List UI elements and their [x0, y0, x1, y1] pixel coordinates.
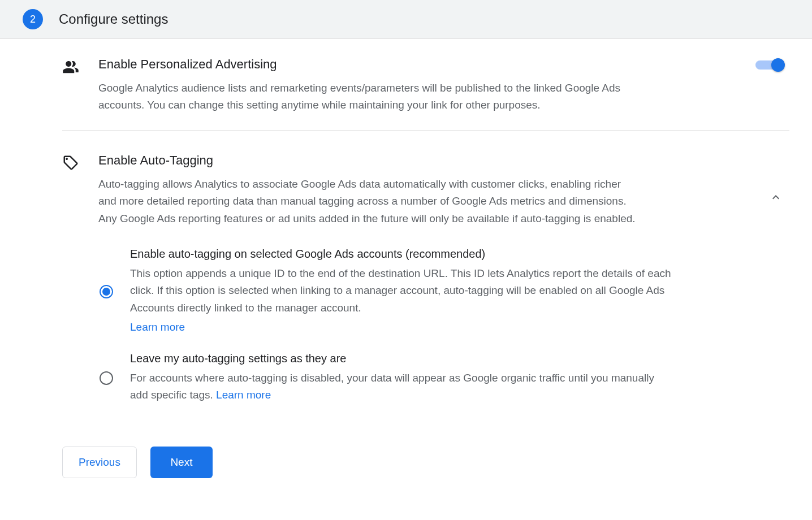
- learn-more-link[interactable]: Learn more: [216, 389, 271, 401]
- section-title: Enable Auto-Tagging: [98, 153, 750, 168]
- chevron-up-icon[interactable]: [768, 189, 784, 205]
- section-toggle-area: [755, 57, 789, 114]
- section-body: Enable Auto-Tagging Auto-tagging allows …: [98, 153, 750, 420]
- next-button[interactable]: Next: [150, 447, 213, 478]
- radio-description: For accounts where auto-tagging is disab…: [130, 370, 673, 404]
- content-area: Enable Personalized Advertising Google A…: [0, 39, 812, 501]
- people-icon: [62, 57, 80, 114]
- section-auto-tagging: Enable Auto-Tagging Auto-tagging allows …: [62, 153, 789, 436]
- page-title: Configure settings: [59, 11, 168, 27]
- section-body: Enable Personalized Advertising Google A…: [98, 57, 737, 114]
- section-description: Google Analytics audience lists and rema…: [98, 80, 641, 114]
- previous-button[interactable]: Previous: [62, 447, 137, 478]
- personalized-advertising-toggle[interactable]: [755, 59, 784, 71]
- tag-icon: [62, 153, 80, 420]
- radio-option-enable-auto-tagging: Enable auto-tagging on selected Google A…: [98, 248, 750, 336]
- page-header: 2 Configure settings: [0, 0, 812, 39]
- section-personalized-advertising: Enable Personalized Advertising Google A…: [62, 57, 789, 131]
- section-description: Auto-tagging allows Analytics to associa…: [98, 176, 641, 227]
- radio-option-leave-settings: Leave my auto-tagging settings as they a…: [98, 352, 750, 404]
- radio-title: Enable auto-tagging on selected Google A…: [130, 248, 673, 261]
- radio-title: Leave my auto-tagging settings as they a…: [130, 352, 673, 365]
- radio-leave-settings[interactable]: [100, 371, 113, 385]
- radio-enable-auto-tagging[interactable]: [100, 285, 113, 298]
- section-title: Enable Personalized Advertising: [98, 57, 737, 72]
- step-number-badge: 2: [23, 9, 43, 29]
- button-row: Previous Next: [62, 447, 789, 478]
- section-expand-area: [768, 153, 789, 420]
- learn-more-link[interactable]: Learn more: [130, 319, 673, 336]
- radio-description: This option appends a unique ID to the e…: [130, 265, 673, 336]
- auto-tagging-radio-group: Enable auto-tagging on selected Google A…: [98, 248, 750, 404]
